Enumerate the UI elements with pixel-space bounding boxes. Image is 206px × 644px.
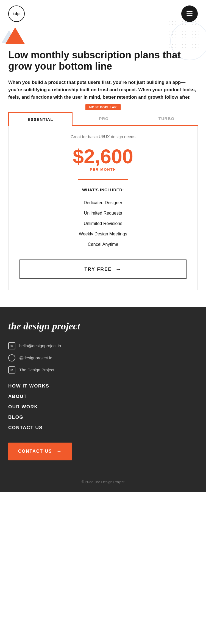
footer-nav-blog[interactable]: BLOG	[8, 415, 198, 420]
footer-linkedin: in The Design Project	[8, 366, 198, 374]
footer-instagram: ◻ @designproject.io	[8, 354, 198, 361]
hamburger-icon	[186, 11, 193, 16]
hero-title: Low monthly subscription plans that grow…	[8, 49, 198, 72]
features-list: Dedicated Designer Unlimited Requests Un…	[20, 198, 186, 250]
footer-nav-how-it-works[interactable]: HOW IT WORKS	[8, 383, 198, 389]
site-footer: the design project ✉ hello@designproject…	[0, 307, 206, 492]
tab-essential[interactable]: ESSENTIAL	[8, 112, 73, 126]
tab-turbo[interactable]: TURBO	[135, 112, 198, 125]
instagram-icon: ◻	[8, 354, 15, 361]
contact-us-button[interactable]: CONTACT US →	[8, 443, 72, 460]
footer-nav-contact-us[interactable]: CONTACT US	[8, 425, 198, 431]
tab-pro[interactable]: PRO	[73, 112, 135, 125]
feature-unlimited-revisions: Unlimited Revisions	[20, 218, 186, 229]
footer-brand: the design project	[8, 320, 198, 332]
footer-nav-about[interactable]: ABOUT	[8, 394, 198, 399]
plan-description: Great for basic UI/UX design needs	[20, 134, 186, 139]
footer-copyright: © 2022 The Design Project	[8, 474, 198, 484]
triangle-orange-decoration	[5, 27, 25, 44]
footer-contact-list: ✉ hello@designproject.io ◻ @designprojec…	[8, 342, 198, 374]
feature-cancel-anytime: Cancel Anytime	[20, 239, 186, 250]
footer-nav-our-work[interactable]: OUR WORK	[8, 404, 198, 410]
hero-description: When you build a product that puts users…	[8, 79, 198, 101]
footer-email: ✉ hello@designproject.io	[8, 342, 198, 349]
pricing-tabs: ESSENTIAL PRO TURBO	[8, 112, 198, 126]
whats-included-label: WHAT'S INCLUDED:	[20, 187, 186, 192]
circle-outline-decoration	[170, 22, 206, 60]
try-free-button[interactable]: TRY FREE →	[20, 260, 186, 279]
price-divider	[78, 179, 128, 180]
feature-unlimited-requests: Unlimited Requests	[20, 208, 186, 218]
price-period: PER MONTH	[20, 167, 186, 172]
arrow-right-icon: →	[57, 449, 62, 454]
arrow-right-icon: →	[116, 266, 122, 272]
tabs-wrapper: MOST POPULAR ESSENTIAL PRO TURBO	[8, 112, 198, 126]
email-icon: ✉	[8, 342, 15, 349]
most-popular-badge: MOST POPULAR	[85, 104, 121, 110]
hero-section: Low monthly subscription plans that grow…	[0, 49, 206, 101]
logo[interactable]: tdp	[8, 5, 25, 22]
linkedin-icon: in	[8, 366, 15, 374]
pricing-card: Great for basic UI/UX design needs $2,60…	[8, 126, 198, 290]
feature-weekly-meetings: Weekly Design Meetings	[20, 229, 186, 239]
footer-nav: HOW IT WORKS ABOUT OUR WORK BLOG CONTACT…	[8, 383, 198, 431]
feature-dedicated-designer: Dedicated Designer	[20, 198, 186, 208]
pricing-section: MOST POPULAR ESSENTIAL PRO TURBO Great f…	[0, 112, 206, 290]
price-amount: $2,600	[20, 147, 186, 166]
decorations	[0, 27, 206, 44]
